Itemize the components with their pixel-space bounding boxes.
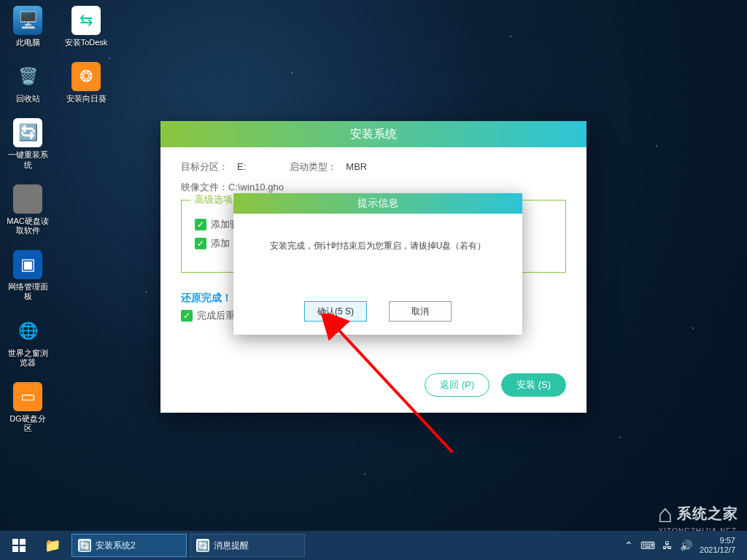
recycle-bin-icon: 🗑️: [13, 62, 42, 91]
time-label: 9:57: [700, 536, 735, 545]
tray-network-icon[interactable]: 🖧: [662, 540, 673, 551]
desktop-icon-this-pc[interactable]: 🖥️ 此电脑: [6, 6, 50, 47]
dialog-message: 安装完成，倒计时结束后为您重启，请拔掉U盘（若有）: [233, 214, 522, 252]
check-icon: ✓: [195, 238, 206, 249]
boot-type-label: 启动类型：: [290, 161, 337, 172]
icon-label: 世界之窗浏览器: [6, 349, 50, 368]
monitor-icon: 🖥️: [13, 6, 42, 35]
icon-label: 此电脑: [16, 38, 40, 47]
app-icon: 🔄: [78, 539, 91, 552]
desktop-icon-recycle[interactable]: 🗑️ 回收站: [6, 62, 50, 104]
tray-volume-icon[interactable]: 🔊: [680, 540, 692, 551]
icon-label: 网络管理面板: [6, 282, 50, 301]
desktop-icons: 🖥️ 此电脑 ⇆ 安装ToDesk 🗑️ 回收站 ❂ 安装向日葵 🔄 一键重装系…: [6, 6, 108, 433]
icon-label: 安装向日葵: [66, 94, 107, 104]
desktop-icon-reinstall[interactable]: 🔄 一键重装系统: [6, 118, 50, 169]
desktop-icon-mac-disk[interactable]: MAC硬盘读取软件: [6, 184, 50, 236]
disk-icon: [13, 184, 42, 214]
boot-type-value: MBR: [346, 161, 367, 172]
watermark-text: 系统之家: [677, 504, 738, 524]
partition-icon: ▭: [13, 382, 42, 411]
globe-icon: 🌐: [13, 316, 42, 346]
windows-logo-icon: [12, 539, 26, 552]
desktop-icon-network-panel[interactable]: ▣ 网络管理面板: [6, 250, 50, 301]
desktop-icon-dg-partition[interactable]: ▭ DG硬盘分区: [6, 382, 50, 433]
window-title: 安装系统: [160, 121, 587, 147]
icon-label: 一键重装系统: [6, 150, 50, 169]
icon-label: MAC硬盘读取软件: [6, 217, 50, 236]
folder-icon: 📁: [44, 537, 61, 553]
tray-keyboard-icon[interactable]: ⌨: [640, 540, 655, 551]
system-tray: ⌃ ⌨ 🖧 🔊 9:57 2021/12/7: [624, 536, 743, 555]
image-file-value: C:\win10.gho: [228, 182, 284, 192]
watermark: ⌂ 系统之家: [657, 499, 738, 528]
dialog-title: 提示信息: [233, 193, 522, 214]
svg-line-0: [336, 327, 452, 452]
check-icon: ✓: [195, 219, 206, 230]
desktop-icon-todesk[interactable]: ⇆ 安装ToDesk: [64, 6, 108, 47]
install-button[interactable]: 安装 (S): [501, 373, 566, 397]
image-file-label: 映像文件：: [181, 182, 228, 192]
annotation-arrow: [314, 314, 481, 467]
advanced-options-title: 高级选项: [190, 193, 237, 206]
app-icon: 🔄: [196, 539, 209, 552]
taskbar: 📁 🔄 安装系统2 🔄 消息提醒 ⌃ ⌨ 🖧 🔊 9:57 2021/12/7: [0, 531, 747, 560]
network-panel-icon: ▣: [13, 250, 42, 279]
checkbox-label: 添加: [211, 237, 230, 250]
task-label: 安装系统2: [96, 540, 136, 552]
icon-label: DG硬盘分区: [6, 414, 50, 433]
reinstall-icon: 🔄: [13, 118, 42, 147]
task-label: 消息提醒: [214, 540, 249, 552]
check-icon: ✓: [181, 310, 193, 322]
taskbar-task-installer[interactable]: 🔄 安装系统2: [71, 534, 187, 557]
icon-label: 安装ToDesk: [65, 38, 108, 47]
tray-chevron-up-icon[interactable]: ⌃: [624, 540, 633, 551]
icon-label: 回收站: [16, 94, 40, 104]
sunflower-icon: ❂: [71, 62, 101, 91]
house-icon: ⌂: [657, 499, 673, 528]
target-partition-value: E:: [237, 161, 246, 172]
target-partition-label: 目标分区：: [181, 161, 228, 172]
date-label: 2021/12/7: [700, 545, 735, 555]
taskbar-clock[interactable]: 9:57 2021/12/7: [700, 536, 735, 555]
taskbar-task-message[interactable]: 🔄 消息提醒: [190, 534, 305, 557]
start-button[interactable]: [4, 531, 34, 560]
desktop-icon-sunflower[interactable]: ❂ 安装向日葵: [64, 62, 108, 104]
file-explorer-button[interactable]: 📁: [36, 531, 69, 560]
desktop-icon-browser[interactable]: 🌐 世界之窗浏览器: [6, 316, 50, 368]
todesk-icon: ⇆: [71, 6, 101, 35]
